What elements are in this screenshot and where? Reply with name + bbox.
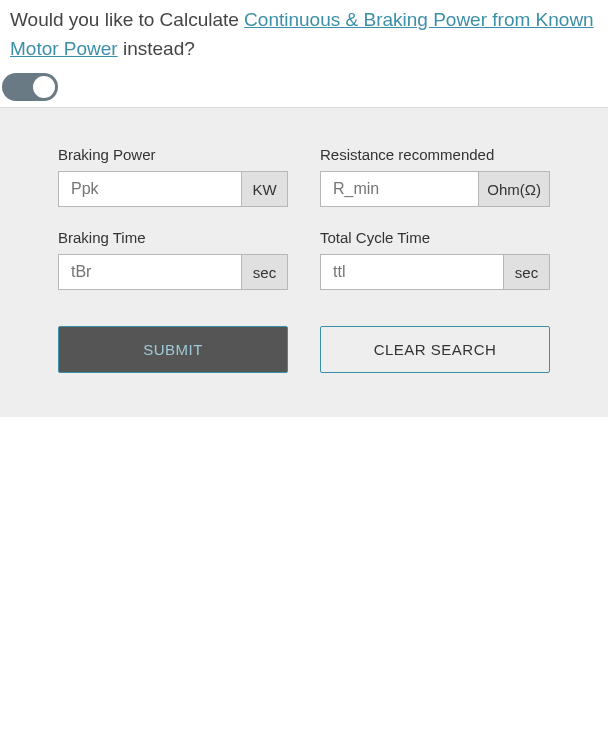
braking-time-group: sec [58,254,288,290]
resistance-input[interactable] [321,172,478,206]
form-panel: Braking Power KW Resistance recommended … [0,107,608,417]
resistance-label: Resistance recommended [320,146,550,163]
cycle-time-label: Total Cycle Time [320,229,550,246]
prompt-text: Would you like to Calculate Continuous &… [0,0,608,73]
resistance-unit: Ohm(Ω) [478,172,549,206]
braking-time-label: Braking Time [58,229,288,246]
braking-time-unit: sec [241,255,287,289]
prompt-suffix: instead? [118,38,195,59]
braking-power-input[interactable] [59,172,241,206]
braking-power-group: KW [58,171,288,207]
braking-power-unit: KW [241,172,287,206]
resistance-group: Ohm(Ω) [320,171,550,207]
braking-power-label: Braking Power [58,146,288,163]
cycle-time-input[interactable] [321,255,503,289]
cycle-time-group: sec [320,254,550,290]
submit-button[interactable]: SUBMIT [58,326,288,373]
mode-toggle[interactable] [2,73,58,101]
prompt-prefix: Would you like to Calculate [10,9,244,30]
braking-time-input[interactable] [59,255,241,289]
toggle-knob [33,76,55,98]
clear-search-button[interactable]: CLEAR SEARCH [320,326,550,373]
cycle-time-unit: sec [503,255,549,289]
